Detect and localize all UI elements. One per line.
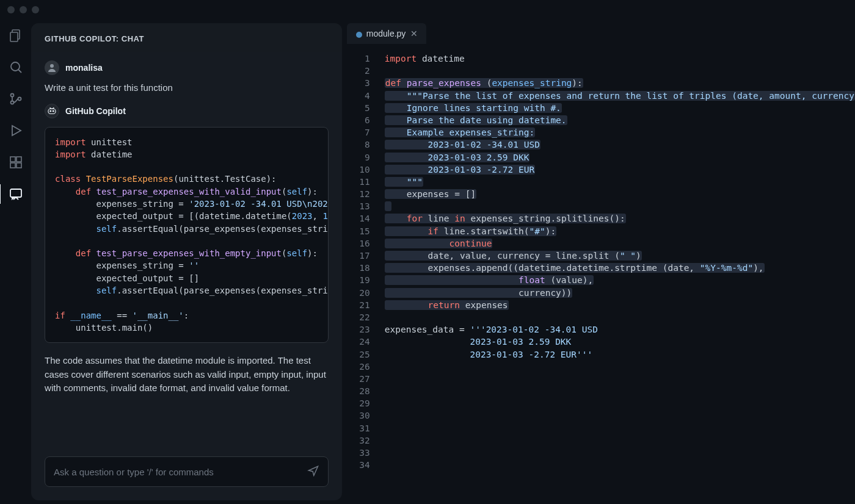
chat-icon[interactable]: [7, 185, 24, 203]
svg-point-15: [50, 110, 51, 112]
svg-rect-1: [10, 32, 18, 41]
window-titlebar: [0, 0, 855, 20]
svg-marker-7: [12, 126, 21, 135]
code-content[interactable]: import datetime def parse_expenses (expe…: [379, 44, 855, 504]
tab-label: module.py: [366, 29, 406, 38]
user-avatar: [45, 60, 59, 75]
assistant-name: GitHub Copilot: [65, 106, 126, 116]
run-debug-icon[interactable]: [7, 122, 24, 139]
copilot-avatar: [45, 104, 59, 118]
svg-point-16: [53, 110, 54, 112]
svg-rect-8: [10, 157, 15, 162]
line-gutter: 1234567891011121314151617181920212223242…: [344, 44, 379, 504]
chat-panel: GITHUB COPILOT: CHAT monalisa Write a un…: [31, 23, 342, 500]
svg-point-13: [50, 64, 54, 68]
assistant-explanation: The code assumes that the datetime modul…: [45, 354, 329, 395]
user-name: monalisa: [65, 63, 103, 73]
close-icon[interactable]: ✕: [410, 29, 418, 38]
svg-point-5: [10, 101, 13, 104]
chat-header: GITHUB COPILOT: CHAT: [31, 23, 342, 52]
svg-rect-14: [48, 109, 56, 113]
traffic-zoom[interactable]: [32, 6, 39, 13]
editor-tabs: module.py ✕: [344, 20, 855, 44]
chat-input-field[interactable]: [54, 467, 301, 477]
source-control-icon[interactable]: [7, 90, 24, 107]
chat-input[interactable]: [45, 456, 329, 487]
svg-point-6: [18, 98, 21, 101]
chat-body: monalisa Write a unit test for this func…: [31, 52, 342, 447]
assistant-message: GitHub Copilot import unittest import da…: [45, 95, 329, 395]
svg-rect-11: [16, 163, 21, 168]
svg-line-3: [18, 70, 21, 73]
editor-area: module.py ✕ 1234567891011121314151617181…: [344, 20, 855, 504]
svg-rect-10: [10, 163, 15, 168]
svg-rect-12: [10, 189, 21, 197]
svg-rect-9: [16, 157, 21, 162]
python-icon: [355, 31, 362, 37]
files-icon[interactable]: [7, 27, 24, 44]
svg-point-4: [10, 94, 13, 97]
search-icon[interactable]: [7, 59, 24, 76]
traffic-close[interactable]: [7, 6, 15, 13]
svg-point-2: [11, 62, 20, 71]
traffic-minimize[interactable]: [20, 6, 27, 13]
svg-point-17: [356, 32, 362, 38]
editor-body[interactable]: 1234567891011121314151617181920212223242…: [344, 44, 855, 504]
activity-bar: [0, 20, 31, 504]
send-icon[interactable]: [307, 464, 319, 479]
extensions-icon[interactable]: [7, 154, 24, 171]
user-prompt: Write a unit test for this function: [45, 81, 329, 95]
assistant-code-block: import unittest import datetime class Te…: [45, 127, 329, 344]
user-message: monalisa Write a unit test for this func…: [45, 52, 329, 95]
tab-module-py[interactable]: module.py ✕: [347, 23, 427, 44]
